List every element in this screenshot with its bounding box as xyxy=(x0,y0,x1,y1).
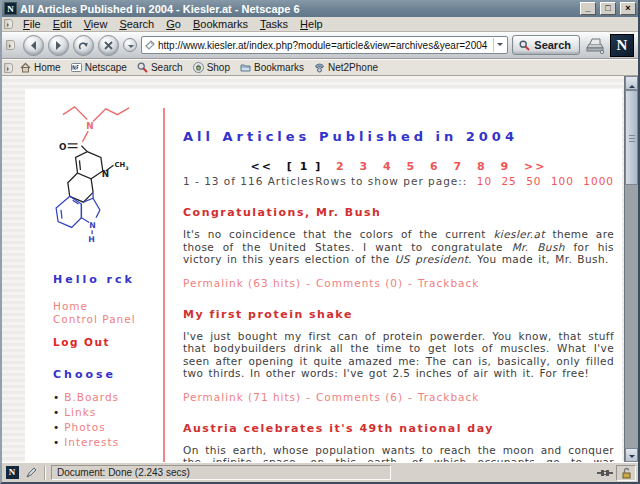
search-icon xyxy=(519,40,530,51)
back-icon xyxy=(28,40,39,51)
personal-home[interactable]: Home xyxy=(17,62,68,73)
rows-option-50[interactable]: 50 xyxy=(526,175,541,187)
greeting-heading: Hello rck xyxy=(53,273,163,286)
stop-button[interactable] xyxy=(98,35,119,56)
menu-tasks[interactable]: Tasks xyxy=(254,18,294,30)
home-icon xyxy=(20,62,31,73)
reload-icon xyxy=(78,40,89,51)
svg-text:CH: CH xyxy=(114,161,125,169)
maximize-button[interactable]: □ xyxy=(600,2,616,15)
pagination-page-9[interactable]: 9 xyxy=(501,160,511,173)
pagination-page-3[interactable]: 3 xyxy=(360,160,370,173)
url-dropdown-arrow[interactable] xyxy=(493,38,506,52)
personal-netscape[interactable]: Netscape xyxy=(68,62,134,73)
permalink-link[interactable]: Permalink (63 hits) xyxy=(183,277,301,289)
search-button[interactable]: Search xyxy=(512,35,580,55)
security-indicator[interactable] xyxy=(616,465,636,481)
browser-viewport: N N CH 3 O xyxy=(2,76,638,462)
menu-bookmarks[interactable]: Bookmarks xyxy=(187,18,254,30)
rows-option-1000[interactable]: 1000 xyxy=(583,175,614,187)
menu-file[interactable]: File xyxy=(17,18,47,30)
svg-text:N: N xyxy=(86,121,93,131)
sidebar-link-control-panel[interactable]: Control Panel xyxy=(53,313,163,326)
personal-toolbar: Home Netscape Search Shop Bookmarks Net2… xyxy=(2,59,638,76)
articles-count: 1 - 13 of 116 Articles xyxy=(183,175,315,187)
netscape-throbber-logo[interactable]: N xyxy=(610,34,634,57)
sidebar-link-home[interactable]: Home xyxy=(53,300,163,313)
personal-home-label: Home xyxy=(34,62,61,73)
article-links: Permalink (71 hits)-Comments (6)-Trackba… xyxy=(183,391,614,403)
menu-edit[interactable]: Edit xyxy=(47,18,78,30)
personal-shop[interactable]: Shop xyxy=(190,62,237,73)
permalink-link[interactable]: Permalink (71 hits) xyxy=(183,391,301,403)
rows-option-25[interactable]: 25 xyxy=(501,175,516,187)
plug-icon xyxy=(597,468,613,478)
reload-button[interactable] xyxy=(73,35,94,56)
menu-search[interactable]: Search xyxy=(113,18,160,30)
comments-link[interactable]: Comments (6) xyxy=(316,391,403,403)
menu-help[interactable]: Help xyxy=(294,18,329,30)
main-content: All Articles Published in 2004 << [ 1 ] … xyxy=(183,89,622,462)
pagination-next[interactable]: >> xyxy=(524,160,546,173)
trackback-link[interactable]: Trackback xyxy=(418,277,479,289)
sidebar-link-logout[interactable]: Log Out xyxy=(53,336,163,348)
personal-net2phone[interactable]: Net2Phone xyxy=(311,62,385,73)
personal-netscape-label: Netscape xyxy=(85,62,127,73)
svg-text:H: H xyxy=(88,235,95,243)
rows-option-100[interactable]: 100 xyxy=(551,175,574,187)
trackback-link[interactable]: Trackback xyxy=(418,391,479,403)
pagination-page-4[interactable]: 4 xyxy=(383,160,393,173)
scrollbar-thumb[interactable] xyxy=(625,90,638,185)
back-button[interactable] xyxy=(23,35,44,56)
personal-bookmarks[interactable]: Bookmarks xyxy=(237,62,311,73)
navigator-component-icon[interactable]: N xyxy=(4,465,20,480)
scroll-down-arrow[interactable] xyxy=(625,448,638,462)
pagination-page-2[interactable]: 2 xyxy=(336,160,346,173)
sidebar-link-interests[interactable]: Interests xyxy=(64,436,119,448)
list-item: Interests xyxy=(53,435,163,450)
sidebar-link-links[interactable]: Links xyxy=(64,406,96,418)
menu-go[interactable]: Go xyxy=(160,18,187,30)
pagination-page-6[interactable]: 6 xyxy=(430,160,440,173)
printer-icon[interactable] xyxy=(584,36,606,54)
composer-component-icon[interactable] xyxy=(23,465,39,480)
url-input[interactable] xyxy=(158,38,490,52)
history-dropdown[interactable] xyxy=(123,38,137,52)
scroll-up-arrow[interactable] xyxy=(625,76,638,90)
title-bar: N All Articles Published in 2004 - Kiesl… xyxy=(2,0,638,17)
forward-button[interactable] xyxy=(48,35,69,56)
bookmark-tag-icon xyxy=(145,40,155,50)
sidebar-link-photos[interactable]: Photos xyxy=(64,421,105,433)
toolbar-grippy[interactable] xyxy=(6,40,15,50)
bookmarks-icon xyxy=(240,62,251,73)
pagination-prev[interactable]: << xyxy=(251,160,273,173)
menu-bar: File Edit View Search Go Bookmarks Tasks… xyxy=(2,17,638,32)
svg-text:N: N xyxy=(89,221,96,230)
window-title: All Articles Published in 2004 - Kiesler… xyxy=(20,3,576,15)
pagination-info-row: 1 - 13 of 116 Articles Rows to show per … xyxy=(183,175,614,187)
menu-view[interactable]: View xyxy=(78,18,114,30)
sidebar-link-bboards[interactable]: B.Boards xyxy=(64,391,119,403)
vertical-scrollbar[interactable] xyxy=(624,76,638,462)
navigation-toolbar: Search N xyxy=(2,32,638,59)
article-title: Congratulations, Mr. Bush xyxy=(183,206,614,219)
link-separator: - xyxy=(408,277,413,289)
article: My first protein shake I've just bought … xyxy=(183,308,614,403)
minimize-button[interactable]: _ xyxy=(580,2,596,15)
article: Austria celebrates it's 49th national da… xyxy=(183,422,614,463)
pagination-current-page: [ 1 ] xyxy=(287,160,322,173)
rows-option-10[interactable]: 10 xyxy=(477,175,492,187)
pagination-page-8[interactable]: 8 xyxy=(477,160,487,173)
my-netscape-icon xyxy=(71,62,82,73)
comments-link[interactable]: Comments (0) xyxy=(316,277,403,289)
article-links: Permalink (63 hits)-Comments (0)-Trackba… xyxy=(183,277,614,289)
personal-search[interactable]: Search xyxy=(134,62,190,73)
pagination-page-7[interactable]: 7 xyxy=(454,160,464,173)
stop-icon xyxy=(103,40,114,51)
online-status-icon[interactable] xyxy=(597,465,613,480)
rows-per-page: Rows to show per page:: 10 25 50 100 100… xyxy=(315,175,614,187)
toolbar-grippy[interactable] xyxy=(4,19,13,29)
pagination-page-5[interactable]: 5 xyxy=(407,160,417,173)
close-button[interactable]: × xyxy=(620,2,636,15)
toolbar-grippy[interactable] xyxy=(4,63,13,73)
